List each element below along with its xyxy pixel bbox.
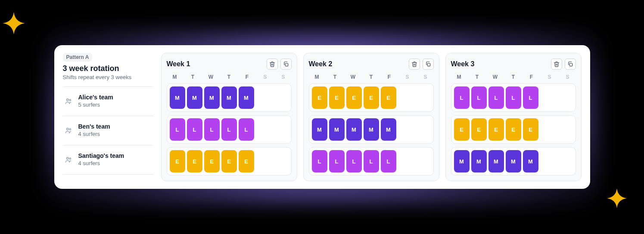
shift-chip-empty[interactable]	[256, 150, 271, 172]
shift-chip-empty[interactable]	[557, 150, 573, 172]
shift-row: LLLLL	[451, 83, 576, 112]
shift-chip[interactable]: M	[488, 150, 504, 172]
day-header-label: S	[417, 74, 434, 80]
shift-chip[interactable]: E	[381, 86, 396, 109]
day-header-label: T	[327, 74, 343, 80]
team-subtitle: 5 surfers	[78, 101, 113, 109]
shift-chip[interactable]: L	[204, 118, 220, 141]
shift-chip[interactable]: E	[523, 118, 538, 141]
team-row[interactable]: Santiago's team 4 surfers	[63, 145, 153, 175]
shift-chip[interactable]: L	[346, 150, 362, 172]
shift-chip-empty[interactable]	[540, 118, 556, 141]
shift-chip[interactable]: E	[454, 118, 470, 141]
day-header-label: F	[239, 74, 255, 80]
shift-chip[interactable]: M	[471, 150, 487, 172]
day-header-label: T	[505, 74, 522, 80]
team-subtitle: 4 surfers	[78, 130, 110, 138]
shift-chip-empty[interactable]	[273, 150, 289, 172]
shift-chip-empty[interactable]	[256, 86, 271, 109]
shift-chip[interactable]: M	[346, 118, 362, 141]
shift-chip-empty[interactable]	[415, 150, 431, 172]
shift-chip-empty[interactable]	[540, 150, 556, 172]
shift-chip[interactable]: L	[239, 118, 254, 141]
shift-chip-empty[interactable]	[398, 150, 414, 172]
svg-point-5	[69, 158, 71, 160]
shift-chip[interactable]: M	[312, 118, 327, 141]
shift-chip[interactable]: M	[221, 86, 237, 109]
day-header-label: S	[399, 74, 416, 80]
shift-chip-empty[interactable]	[256, 118, 271, 141]
shift-chip[interactable]: L	[506, 86, 521, 109]
week-panel: Week 2 MTWTFSSEEEEEMMMMMLLLLL	[303, 53, 439, 181]
week-title: Week 3	[451, 60, 475, 68]
shift-chip-empty[interactable]	[557, 118, 573, 141]
rotation-card: Pattern A 3 week rotation Shifts repeat …	[54, 45, 590, 189]
delete-week-button[interactable]	[551, 58, 562, 70]
shift-chip[interactable]: E	[221, 150, 237, 172]
shift-chip[interactable]: E	[187, 150, 202, 172]
shift-chip[interactable]: M	[506, 150, 521, 172]
shift-chip[interactable]: L	[170, 118, 185, 141]
team-row[interactable]: Alice's team 5 surfers	[63, 86, 153, 116]
day-header-label: M	[451, 74, 467, 80]
shift-chip[interactable]: E	[312, 86, 327, 109]
shift-chip[interactable]: M	[187, 86, 202, 109]
shift-row: MMMMM	[309, 115, 434, 144]
delete-week-button[interactable]	[267, 58, 278, 70]
shift-chip-empty[interactable]	[398, 86, 414, 109]
day-header-label: M	[309, 74, 325, 80]
shift-chip[interactable]: E	[170, 150, 185, 172]
delete-week-button[interactable]	[409, 58, 420, 70]
shift-chip-empty[interactable]	[557, 86, 573, 109]
shift-chip[interactable]: M	[239, 86, 254, 109]
shift-chip[interactable]: M	[381, 118, 396, 141]
shift-chip-empty[interactable]	[415, 86, 431, 109]
shift-chip[interactable]: E	[204, 150, 220, 172]
shift-chip[interactable]: L	[329, 150, 345, 172]
shift-row: MMMMM	[451, 147, 576, 176]
team-icon	[64, 96, 73, 106]
shift-chip[interactable]: E	[506, 118, 521, 141]
shift-chip[interactable]: L	[364, 150, 379, 172]
shift-chip[interactable]: E	[488, 118, 504, 141]
shift-chip[interactable]: E	[346, 86, 362, 109]
team-icon	[64, 155, 73, 164]
shift-chip[interactable]: M	[454, 150, 470, 172]
shift-chip[interactable]: L	[381, 150, 396, 172]
shift-chip[interactable]: M	[170, 86, 185, 109]
shift-chip[interactable]: L	[221, 118, 237, 141]
svg-rect-6	[285, 63, 288, 66]
shift-chip-empty[interactable]	[540, 86, 556, 109]
shift-chip-empty[interactable]	[398, 118, 414, 141]
week-title: Week 2	[309, 60, 333, 68]
shift-chip[interactable]: E	[471, 118, 487, 141]
shift-chip[interactable]: L	[488, 86, 504, 109]
shift-chip[interactable]: L	[454, 86, 470, 109]
svg-rect-7	[427, 63, 430, 66]
shift-chip[interactable]: M	[329, 118, 345, 141]
shift-chip[interactable]: M	[204, 86, 220, 109]
svg-point-2	[66, 128, 68, 130]
shift-chip[interactable]: L	[471, 86, 487, 109]
shift-chip[interactable]: L	[523, 86, 538, 109]
shift-chip[interactable]: M	[523, 150, 538, 172]
shift-chip-empty[interactable]	[273, 118, 289, 141]
shift-chip[interactable]: L	[187, 118, 202, 141]
day-header-label: S	[257, 74, 274, 80]
shift-chip-empty[interactable]	[415, 118, 431, 141]
duplicate-week-button[interactable]	[280, 58, 292, 70]
shift-chip[interactable]: E	[329, 86, 345, 109]
team-row[interactable]: Ben's team 4 surfers	[63, 116, 153, 145]
shift-chip-empty[interactable]	[273, 86, 289, 109]
shift-chip[interactable]: L	[312, 150, 327, 172]
day-header-label: M	[167, 74, 183, 80]
pattern-info: Pattern A 3 week rotation Shifts repeat …	[63, 53, 153, 181]
shift-chip[interactable]: E	[239, 150, 254, 172]
duplicate-week-button[interactable]	[423, 58, 434, 70]
duplicate-week-button[interactable]	[565, 58, 576, 70]
svg-rect-8	[569, 63, 572, 66]
day-header-label: S	[275, 74, 292, 80]
shift-chip[interactable]: M	[364, 118, 379, 141]
team-icon	[64, 126, 73, 135]
shift-chip[interactable]: E	[364, 86, 379, 109]
